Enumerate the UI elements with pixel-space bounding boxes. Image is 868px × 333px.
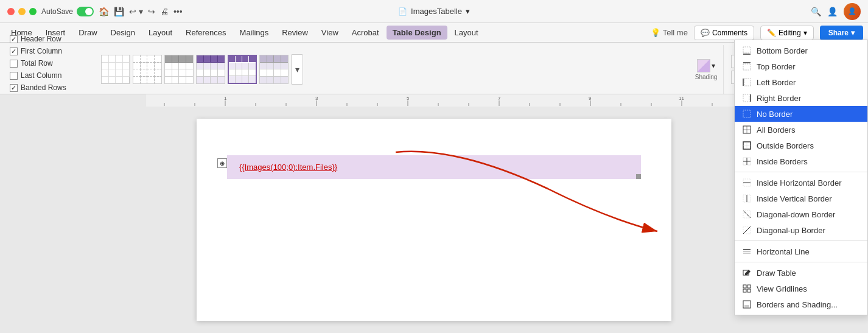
table-style-4[interactable] — [196, 55, 225, 84]
outside-borders-item[interactable]: Outside Borders — [735, 138, 867, 153]
menu-layout-tab[interactable]: Layout — [449, 26, 485, 40]
menu-mailings[interactable]: Mailings — [234, 26, 275, 40]
inside-vertical-border-item[interactable]: Inside Vertical Border — [735, 191, 867, 206]
inside-borders-label: Inside Borders — [757, 157, 808, 166]
view-gridlines-label: View Gridlines — [757, 284, 807, 293]
first-column-checkbox[interactable]: ✓ — [10, 47, 18, 55]
share-icon-btn[interactable]: 👤 — [827, 7, 838, 16]
table-cell[interactable]: {{Images(100;0):Item.Files}} — [227, 155, 641, 179]
horizontal-line-item[interactable]: Horizontal Line — [735, 244, 867, 259]
left-border-item[interactable]: Left Border — [735, 74, 867, 90]
all-borders-label: All Borders — [757, 125, 796, 135]
diagonal-down-border-item[interactable]: Diagonal-down Border — [735, 206, 867, 222]
menu-review[interactable]: Review — [276, 26, 314, 40]
svg-rect-60 — [747, 285, 751, 288]
shading-section: ▾ Shading — [689, 45, 724, 94]
search-icon-btn[interactable]: 🔍 — [811, 7, 821, 16]
document-table[interactable]: {{Images(100;0):Item.Files}} — [227, 155, 641, 179]
autosave-toggle[interactable] — [77, 7, 94, 16]
diagonal-up-border-label: Diagonal-up Border — [757, 226, 825, 235]
maximize-button[interactable] — [29, 8, 37, 15]
table-container: ⊕ {{Images(100;0):Item.Files}} — [227, 155, 641, 179]
draw-table-item[interactable]: Draw Table — [735, 265, 867, 281]
banded-rows-checkbox[interactable]: ✓ — [10, 84, 18, 92]
bottom-border-icon — [742, 46, 752, 55]
title-dropdown-arrow[interactable]: ▾ — [466, 7, 470, 16]
editing-button[interactable]: ✏️ Editing ▾ — [760, 26, 814, 40]
no-border-item[interactable]: No Border — [735, 106, 867, 122]
svg-rect-35 — [743, 94, 749, 102]
last-column-option[interactable]: Last Column — [10, 71, 91, 80]
print-btn[interactable]: 🖨 — [160, 7, 169, 16]
redo-btn[interactable]: ↪ — [148, 7, 155, 16]
svg-text:7: 7 — [498, 96, 501, 101]
diagonal-up-border-item[interactable]: Diagonal-up Border — [735, 222, 867, 238]
document-title: ImagesTabelle — [411, 7, 462, 16]
menu-acrobat[interactable]: Acrobat — [346, 26, 385, 40]
title-bar-left: AutoSave 🏠 💾 ↩ ▾ ↪ 🖨 ••• — [7, 7, 183, 16]
all-borders-icon — [742, 125, 752, 135]
first-column-option[interactable]: ✓ First Column — [10, 47, 91, 55]
traffic-lights — [7, 8, 37, 15]
header-row-checkbox[interactable]: ✓ — [10, 35, 18, 43]
save-icon-btn[interactable]: 💾 — [114, 7, 124, 16]
table-style-3[interactable] — [164, 55, 194, 84]
top-border-item[interactable]: Top Border — [735, 58, 867, 74]
toolbar-icons: 🏠 💾 ↩ ▾ ↪ 🖨 ••• — [99, 7, 183, 16]
banded-rows-option[interactable]: ✓ Banded Rows — [10, 83, 91, 92]
banded-rows-label: Banded Rows — [21, 83, 66, 92]
left-border-label: Left Border — [757, 78, 796, 87]
share-button[interactable]: Share ▾ — [820, 26, 863, 40]
menu-references[interactable]: References — [180, 26, 232, 40]
svg-line-54 — [743, 226, 751, 234]
top-border-label: Top Border — [757, 62, 796, 71]
minimize-button[interactable] — [18, 8, 26, 15]
total-row-label: Total Row — [21, 59, 53, 68]
editing-label: Editing — [779, 29, 801, 37]
table-style-2[interactable] — [133, 55, 162, 84]
menu-layout[interactable]: Layout — [142, 26, 178, 40]
comments-button[interactable]: 💬 Comments — [694, 26, 754, 40]
bottom-border-item[interactable]: Bottom Border — [735, 43, 867, 58]
no-border-icon — [742, 109, 752, 119]
header-row-option[interactable]: ✓ Header Row — [10, 35, 91, 43]
all-borders-item[interactable]: All Borders — [735, 122, 867, 138]
svg-rect-61 — [743, 289, 746, 292]
borders-shading-item[interactable]: Borders and Shading... — [735, 296, 867, 312]
right-border-item[interactable]: Right Border — [735, 90, 867, 106]
table-move-handle[interactable]: ⊕ — [217, 158, 227, 168]
table-style-6[interactable] — [259, 55, 289, 84]
menu-table-design[interactable]: Table Design — [387, 26, 447, 40]
menu-view[interactable]: View — [315, 26, 345, 40]
undo-btn[interactable]: ↩ ▾ — [129, 7, 143, 16]
table-resize-handle[interactable] — [636, 174, 641, 179]
inside-borders-item[interactable]: Inside Borders — [735, 153, 867, 169]
menu-design[interactable]: Design — [105, 26, 141, 40]
last-column-checkbox[interactable] — [10, 72, 18, 80]
shading-label: Shading — [695, 74, 718, 80]
tell-me-area[interactable]: 💡 Tell me — [651, 28, 688, 37]
view-gridlines-item[interactable]: View Gridlines — [735, 281, 867, 296]
svg-rect-29 — [743, 47, 751, 53]
diagonal-up-border-icon — [742, 225, 752, 235]
borders-shading-label: Borders and Shading... — [757, 300, 838, 309]
table-style-1[interactable] — [101, 55, 130, 84]
svg-text:3: 3 — [315, 96, 318, 101]
svg-text:11: 11 — [679, 96, 684, 101]
more-styles-button[interactable]: ▾ — [291, 54, 303, 85]
total-row-option[interactable]: Total Row — [10, 59, 91, 68]
left-border-icon — [742, 77, 752, 87]
table-row: {{Images(100;0):Item.Files}} — [227, 155, 641, 179]
more-btn[interactable]: ••• — [173, 7, 183, 16]
total-row-checkbox[interactable] — [10, 60, 18, 68]
separator-3 — [735, 262, 867, 262]
horizontal-line-icon — [742, 247, 752, 256]
inside-horizontal-border-item[interactable]: Inside Horizontal Border — [735, 175, 867, 191]
table-style-5-selected[interactable] — [228, 55, 257, 84]
shading-button[interactable]: ▾ Shading — [695, 59, 718, 80]
checkboxes-section: ✓ Header Row ✓ First Column Total Row La… — [5, 45, 96, 94]
close-button[interactable] — [7, 8, 15, 15]
inside-borders-icon — [742, 156, 752, 166]
home-icon-btn[interactable]: 🏠 — [99, 7, 109, 16]
separator-1 — [735, 172, 867, 172]
